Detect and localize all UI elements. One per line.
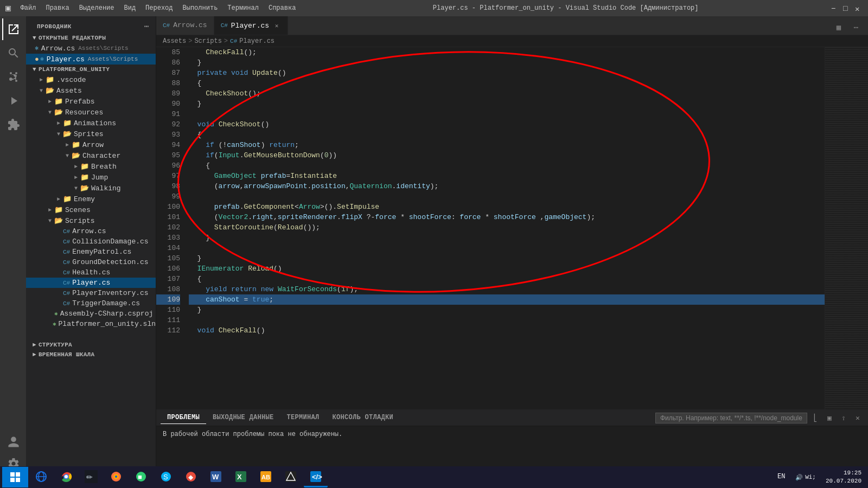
panel-tab-debug[interactable]: КОНСОЛЬ ОТЛАДКИ	[326, 412, 400, 424]
search-icon[interactable]	[2, 42, 24, 64]
tab-player-cs[interactable]: C# Player.cs ✕	[214, 16, 288, 35]
timeline-section[interactable]: ► ВРЕМЕННАЯ ШКАЛА	[26, 350, 156, 359]
editor-area: C# Arrow.cs C# Player.cs ✕ ▦ ⋯ Assets > …	[156, 16, 868, 474]
source-control-icon[interactable]	[2, 66, 24, 88]
tree-arrow-folder[interactable]: ► 📁 Arrow	[26, 139, 156, 150]
new-terminal-button[interactable]: ▣	[824, 412, 835, 424]
tree-sprites[interactable]: ▼ 📂 Sprites	[26, 129, 156, 139]
tree-playerinventory-cs[interactable]: C# PlayerInventory.cs	[26, 288, 156, 298]
taskbar-clock[interactable]: 19:25 20.07.2020	[821, 469, 866, 486]
folder-label: Breath	[91, 163, 117, 171]
tree-player-cs[interactable]: C# Player.cs	[26, 278, 156, 288]
project-section[interactable]: ▼ PLATFORMER_ON_UNITY	[26, 65, 156, 74]
menu-edit[interactable]: Правка	[41, 3, 73, 13]
tree-enemypatrol-cs[interactable]: C# EnemyPatrol.cs	[26, 247, 156, 257]
filter-icon-button[interactable]: ⎣	[809, 412, 821, 424]
panel-filter-input[interactable]	[655, 413, 807, 423]
tree-vscode[interactable]: ► 📁 .vscode	[26, 74, 156, 85]
tree-breath[interactable]: ► 📁 Breath	[26, 161, 156, 172]
taskbar-network[interactable]: Wi;	[805, 474, 816, 480]
breadcrumb-assets[interactable]: Assets	[163, 37, 186, 45]
menu-help[interactable]: Справка	[264, 3, 300, 13]
tree-scripts[interactable]: ▼ 📂 Scripts	[26, 215, 156, 226]
taskbar-word[interactable]: W	[204, 467, 228, 487]
tree-health-cs[interactable]: C# Health.cs	[26, 267, 156, 278]
svg-text:✏: ✏	[86, 473, 93, 481]
open-editor-arrow[interactable]: ⎈ Arrow.cs Assets\Scripts	[26, 43, 156, 54]
tree-sln[interactable]: ⎈ Platformer_on_unity.sln	[26, 319, 156, 329]
taskbar-lang[interactable]: EN	[769, 467, 793, 487]
tab-arrow-cs[interactable]: C# Arrow.cs	[156, 16, 214, 35]
taskbar-skype[interactable]: S	[154, 467, 178, 487]
account-icon[interactable]	[2, 431, 24, 453]
taskbar-date-text: 20.07.2020	[826, 477, 861, 485]
code-editor[interactable]: 8586878889 9091929394 9596979899 1001011…	[156, 47, 868, 409]
taskbar-unity[interactable]	[279, 467, 303, 487]
file-tree: ▼ ОТКРЫТЫЕ РЕДАКТОРЫ ⎈ Arrow.cs Assets\S…	[26, 33, 156, 474]
taskbar-chrome[interactable]	[54, 467, 78, 487]
tree-arrow-cs[interactable]: C# Arrow.cs	[26, 226, 156, 236]
more-actions-button[interactable]: ⋯	[848, 20, 864, 35]
svg-rect-3	[10, 478, 15, 482]
file-label: Assembly-CSharp.csproj	[60, 310, 154, 318]
close-button[interactable]: ✕	[855, 4, 863, 12]
menu-view[interactable]: Вид	[119, 3, 140, 13]
sidebar-more-button[interactable]: ⋯	[144, 22, 149, 31]
tree-scenes[interactable]: ► 📁 Scenes	[26, 204, 156, 215]
tree-collisiondamage-cs[interactable]: C# CollisionDamage.cs	[26, 236, 156, 247]
close-panel-button[interactable]: ✕	[852, 412, 864, 424]
menu-terminal[interactable]: Терминал	[223, 3, 263, 13]
run-icon[interactable]	[2, 90, 24, 112]
maximize-button[interactable]: □	[843, 4, 851, 12]
split-editor-button[interactable]: ▦	[831, 20, 846, 35]
tree-prefabs[interactable]: ► 📁 Prefabs	[26, 96, 156, 107]
taskbar-abbyy[interactable]: AB	[254, 467, 278, 487]
tree-enemy[interactable]: ► 📁 Enemy	[26, 194, 156, 204]
breadcrumb-scripts[interactable]: Scripts	[194, 37, 221, 45]
tree-character[interactable]: ▼ 📂 Character	[26, 150, 156, 161]
project-label: PLATFORMER_ON_UNITY	[39, 66, 110, 73]
menu-selection[interactable]: Выделение	[75, 3, 119, 13]
tree-walking[interactable]: ▼ 📂 Walking	[26, 183, 156, 194]
menu-run[interactable]: Выполнить	[178, 3, 222, 13]
tree-assets[interactable]: ▼ 📂 Assets	[26, 85, 156, 96]
menu-goto[interactable]: Переход	[141, 3, 177, 13]
cs-icon: ⎈	[35, 44, 39, 53]
minimap-canvas	[825, 47, 868, 409]
tree-grounddetection-cs[interactable]: C# GroundDetection.cs	[26, 257, 156, 267]
tree-jump[interactable]: ► 📁 Jump	[26, 172, 156, 183]
panel-tab-problems[interactable]: ПРОБЛЕМЫ	[161, 412, 206, 424]
panel-tab-terminal[interactable]: ТЕРМИНАЛ	[280, 412, 326, 424]
tab-close-button[interactable]: ✕	[272, 21, 281, 30]
structure-section[interactable]: ► СТРУКТУРА	[26, 340, 156, 350]
code-line-104	[189, 243, 825, 253]
cs-icon: C#	[63, 300, 70, 307]
tree-triggerdamage-cs[interactable]: C# TriggerDamage.cs	[26, 298, 156, 309]
open-editor-player[interactable]: ● ⎈ Player.cs Assets\Scripts	[26, 54, 156, 65]
taskbar-excel[interactable]: X	[229, 467, 253, 487]
menu-bar: ▣ Файл Правка Выделение Вид Переход Выпо…	[5, 3, 300, 14]
code-line-111	[189, 315, 825, 325]
tree-csproj[interactable]: ⎈ Assembly-CSharp.csproj	[26, 309, 156, 319]
taskbar-steam[interactable]: ✏	[79, 467, 103, 487]
explorer-icon[interactable]	[2, 18, 24, 40]
open-editors-section[interactable]: ▼ ОТКРЫТЫЕ РЕДАКТОРЫ	[26, 33, 156, 43]
minimize-button[interactable]: −	[831, 4, 839, 12]
tree-resources[interactable]: ▼ 📂 Resources	[26, 107, 156, 118]
code-line-107: {	[189, 274, 825, 284]
taskbar-app5[interactable]: ■	[129, 467, 153, 487]
tree-animations[interactable]: ► 📁 Animations	[26, 118, 156, 129]
taskbar-vscode[interactable]: </>	[304, 467, 328, 487]
panel-tab-output[interactable]: ВЫХОДНЫЕ ДАННЫЕ	[206, 412, 280, 424]
start-button[interactable]	[2, 467, 28, 487]
code-content[interactable]: CheckFall(); } private void Update() { C…	[184, 47, 825, 409]
taskbar-volume[interactable]: 🔊	[795, 474, 803, 481]
extensions-icon[interactable]	[2, 114, 24, 136]
svg-point-14	[115, 476, 117, 478]
taskbar-app6[interactable]: ◆	[179, 467, 203, 487]
maximize-panel-button[interactable]: ⇧	[838, 412, 850, 424]
taskbar-firefox[interactable]	[104, 467, 128, 487]
menu-file[interactable]: Файл	[16, 3, 41, 13]
breadcrumb-file[interactable]: Player.cs	[239, 37, 275, 45]
taskbar-ie[interactable]	[29, 467, 53, 487]
